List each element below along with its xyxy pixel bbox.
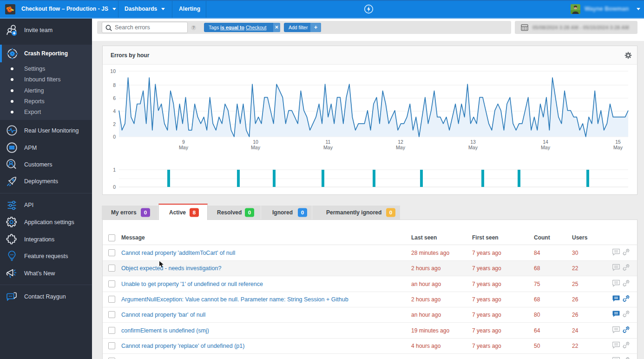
svg-text:May: May — [541, 145, 551, 150]
svg-text:10: 10 — [253, 139, 258, 145]
svg-text:May: May — [396, 145, 406, 150]
svg-text:6: 6 — [113, 95, 116, 101]
svg-text:May: May — [613, 145, 623, 150]
svg-text:14: 14 — [543, 139, 548, 145]
svg-text:4: 4 — [113, 108, 116, 114]
svg-text:1: 1 — [113, 167, 116, 173]
svg-text:12: 12 — [398, 139, 403, 145]
svg-text:May: May — [468, 145, 478, 150]
svg-text:May: May — [251, 145, 261, 150]
svg-text:13: 13 — [470, 139, 476, 145]
svg-text:2: 2 — [113, 121, 116, 127]
svg-text:0: 0 — [113, 134, 116, 140]
svg-text:8: 8 — [113, 82, 116, 88]
svg-text:0: 0 — [113, 184, 116, 190]
svg-text:11: 11 — [326, 139, 331, 145]
svg-text:15: 15 — [615, 139, 621, 145]
svg-text:May: May — [179, 145, 189, 150]
svg-text:10: 10 — [110, 68, 116, 74]
svg-text:9: 9 — [182, 139, 185, 145]
svg-text:May: May — [323, 145, 333, 150]
